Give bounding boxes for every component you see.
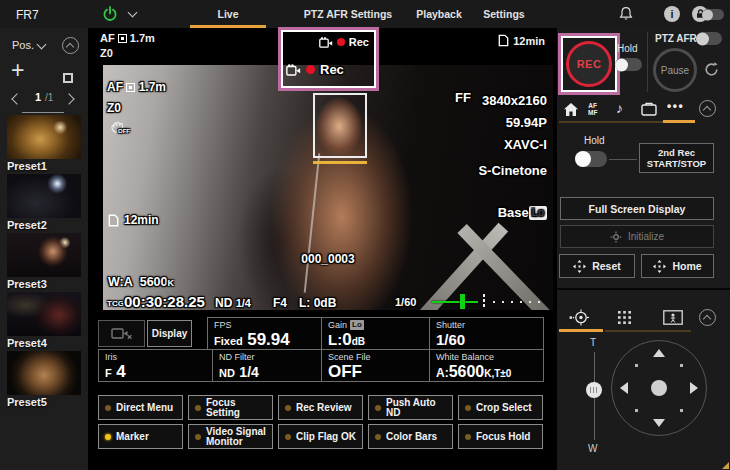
rec-hold-toggle[interactable] <box>615 58 642 71</box>
rec-dot-icon <box>337 38 345 46</box>
zoom-slider-knob[interactable] <box>586 382 602 398</box>
assign-button-grid: Direct Menu Focus Setting Rec Review Pus… <box>98 395 543 449</box>
osd-scan: FF <box>455 90 471 105</box>
camera-control-bar: Display FPS Fixed 59.94 GainLo L:0dB Shu… <box>98 317 544 383</box>
osd-zoom: Z0 <box>107 101 121 115</box>
app-title: FR7 <box>16 8 39 22</box>
tab-live[interactable]: Live <box>190 0 266 28</box>
steadyshot-off-icon: OFF <box>110 120 128 139</box>
divider <box>557 288 730 290</box>
assign-button-direct-menu[interactable]: Direct Menu <box>98 395 183 420</box>
home-position-button[interactable]: Home <box>641 254 714 278</box>
pause-button[interactable]: Pause <box>653 48 697 92</box>
audio-icon[interactable]: ♪ <box>616 100 623 116</box>
preset-item[interactable]: Preset1 <box>0 115 81 173</box>
second-rec-button[interactable]: 2nd Rec START/STOP <box>639 143 714 173</box>
resize-handle-icon[interactable] <box>722 462 729 469</box>
osd-resolution: 3840x2160 <box>482 90 547 112</box>
nd-filter-cell[interactable]: ND Filter ND 1/4 <box>212 349 322 382</box>
live-viewport[interactable]: AF 1.7m Z0 OFF FF 3840x2160 59.94P XAVC-… <box>103 65 553 310</box>
camera-disable-button[interactable] <box>98 320 145 347</box>
preset-thumbnail[interactable] <box>7 233 81 277</box>
preset-item[interactable]: Preset4 <box>0 292 81 350</box>
assign-button-push-auto-nd[interactable]: Push Auto ND <box>368 395 453 420</box>
preset-item[interactable]: Preset5 <box>0 351 81 409</box>
white-balance-cell[interactable]: White Balance A:5600K,T±0 <box>429 349 544 382</box>
preset-thumbnail[interactable] <box>7 174 81 218</box>
assign-button-focus-hold[interactable]: Focus Hold <box>458 424 543 449</box>
assign-button-clip-flag-ok[interactable]: Clip Flag OK <box>278 424 363 449</box>
prev-page-icon[interactable] <box>11 93 22 104</box>
rec-button[interactable]: REC <box>566 41 612 87</box>
restart-icon[interactable] <box>703 61 720 82</box>
rec-hold-label: Hold <box>617 43 638 54</box>
pan-tilt-icon[interactable] <box>569 309 589 330</box>
preset-thumbnail[interactable] <box>7 351 81 395</box>
assign-button-color-bars[interactable]: Color Bars <box>368 424 453 449</box>
preset-item[interactable]: Preset2 <box>0 174 81 232</box>
bell-icon[interactable] <box>619 6 633 26</box>
assign-button-marker[interactable]: Marker <box>98 424 183 449</box>
assign-led-icon <box>465 434 471 440</box>
tilt-up-icon[interactable] <box>653 349 665 357</box>
tab-playback[interactable]: Playback <box>406 0 472 28</box>
tab-ptz-afr-settings[interactable]: PTZ AFR Settings <box>298 0 398 28</box>
chevron-down-icon[interactable] <box>128 8 138 18</box>
assign-button-crop-select[interactable]: Crop Select <box>458 395 543 420</box>
preset-thumbnail[interactable] <box>7 292 81 336</box>
more-icon[interactable]: ••• <box>667 99 684 113</box>
preset-list: Preset1 Preset2 Preset3 Preset4 Preset5 <box>0 115 81 409</box>
collapse-panel-icon[interactable] <box>699 309 716 326</box>
ptz-afr-label: PTZ AFR <box>655 33 697 44</box>
pan-left-icon[interactable] <box>620 382 628 394</box>
rec-camera-icon <box>319 37 333 48</box>
pad-center-button[interactable] <box>651 380 667 396</box>
tab-settings[interactable]: Settings <box>476 0 532 28</box>
chevron-down-icon[interactable] <box>37 40 47 50</box>
preset-grid-icon[interactable] <box>617 310 632 329</box>
full-screen-display-button[interactable]: Full Screen Display <box>560 197 714 220</box>
osd-gain: L: 0dB <box>299 296 336 310</box>
ptz-afr-toggle[interactable] <box>696 32 722 45</box>
second-rec-hold-toggle[interactable] <box>575 151 607 167</box>
assign-button-focus-setting[interactable]: Focus Setting <box>188 395 273 420</box>
scene-file-cell[interactable]: Scene File OFF <box>321 349 430 382</box>
lock-toggle[interactable] <box>702 9 724 20</box>
tilt-down-icon[interactable] <box>653 419 665 427</box>
toggle-link-line <box>609 159 637 160</box>
preset-group-label[interactable]: Pos. <box>12 39 34 51</box>
tracking-icon[interactable] <box>663 310 683 329</box>
app-window: FR7 Live PTZ AFR Settings Playback Setti… <box>0 0 730 470</box>
media-card-icon <box>108 214 119 227</box>
focus-scale-tick <box>483 294 485 307</box>
power-icon[interactable] <box>102 6 118 26</box>
collapse-panel-icon[interactable] <box>699 100 716 117</box>
home-icon[interactable] <box>563 102 579 121</box>
reset-button[interactable]: Reset <box>559 254 635 278</box>
assign-button-video-signal-monitor[interactable]: Video Signal Monitor <box>188 424 273 449</box>
camera-disable-icon <box>111 326 133 341</box>
diagonal-dot-icon <box>680 409 683 412</box>
af-mf-icon[interactable]: AF MF <box>588 102 597 116</box>
add-preset-icon[interactable]: + <box>11 58 24 82</box>
preset-item[interactable]: Preset3 <box>0 233 81 291</box>
fps-cell[interactable]: FPS Fixed 59.94 <box>207 317 322 350</box>
pan-right-icon[interactable] <box>690 382 698 394</box>
next-page-icon[interactable] <box>63 93 74 104</box>
zoom-tele-label: T <box>590 337 596 348</box>
pan-tilt-pad[interactable] <box>611 340 707 436</box>
info-icon[interactable]: i <box>664 6 680 22</box>
stop-icon[interactable] <box>63 73 73 83</box>
assign-led-icon <box>375 434 381 440</box>
shutter-cell[interactable]: Shutter 1/60 <box>429 317 544 350</box>
iris-cell[interactable]: Iris F 4 <box>98 349 213 382</box>
collapse-sidebar-icon[interactable] <box>62 37 79 54</box>
display-button[interactable]: Display <box>147 320 192 347</box>
preset-thumbnail[interactable] <box>7 115 81 159</box>
active-tab-underline <box>559 329 603 332</box>
move-icon <box>573 260 586 273</box>
initialize-button[interactable]: Initialize <box>560 225 714 248</box>
assign-button-rec-review[interactable]: Rec Review <box>278 395 363 420</box>
gain-cell[interactable]: GainLo L:0dB <box>321 317 430 350</box>
media-tab-icon[interactable] <box>641 102 657 120</box>
